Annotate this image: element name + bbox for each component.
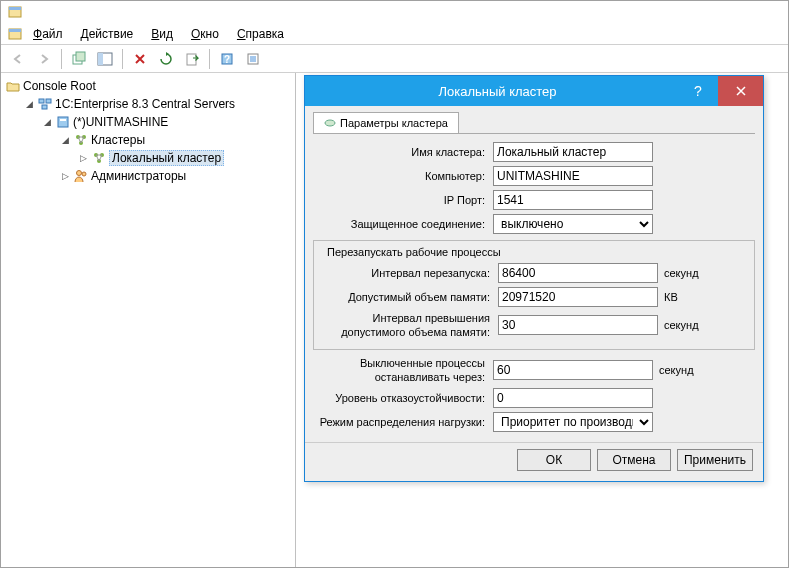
tree-root[interactable]: Console Root: [5, 77, 295, 95]
svg-rect-16: [46, 99, 51, 103]
clusters-icon: [73, 132, 89, 148]
dialog-body: Параметры кластера Имя кластера: Компьют…: [305, 106, 763, 442]
app-icon: [7, 4, 23, 20]
svg-rect-1: [9, 7, 21, 10]
svg-rect-18: [58, 117, 68, 127]
svg-rect-8: [187, 54, 196, 65]
unit-seconds-1: секунд: [658, 267, 699, 279]
tree-clusters[interactable]: ◢ Кластеры: [59, 131, 295, 149]
new-window-button[interactable]: [68, 48, 90, 70]
svg-rect-5: [76, 52, 85, 61]
expand-icon[interactable]: ▷: [59, 170, 71, 182]
svg-rect-15: [39, 99, 44, 103]
label-load-balancing: Режим распределения нагрузки:: [313, 415, 493, 429]
label-secure-conn: Защищенное соединение:: [313, 217, 493, 231]
tab-icon: [324, 117, 336, 129]
back-button[interactable]: [7, 48, 29, 70]
menubar: Файл Действие Вид Окно Справка: [1, 23, 788, 45]
svg-rect-7: [98, 53, 103, 65]
unit-seconds-3: секунд: [653, 364, 694, 376]
show-hide-tree-button[interactable]: [94, 48, 116, 70]
apply-button[interactable]: Применить: [677, 449, 753, 471]
mmc-window: Файл Действие Вид Окно Справка ? Console…: [0, 0, 789, 568]
label-stop-after: Выключенные процессы останавливать через…: [313, 356, 493, 384]
cancel-button[interactable]: Отмена: [597, 449, 671, 471]
svg-rect-3: [9, 29, 21, 32]
menu-file[interactable]: Файл: [25, 25, 71, 43]
unit-seconds-2: секунд: [658, 319, 699, 331]
fieldset-restart-legend: Перезапускать рабочие процессы: [324, 246, 504, 258]
input-excess-interval[interactable]: [498, 315, 658, 335]
label-fault-tolerance: Уровень отказоустойчивости:: [313, 391, 493, 405]
dialog-tabs: Параметры кластера: [313, 112, 755, 134]
dialog-help-button[interactable]: ?: [678, 83, 718, 99]
svg-point-26: [77, 171, 82, 176]
server-icon: [55, 114, 71, 130]
main-area: Console Root ◢ 1C:Enterprise 8.3 Central…: [1, 73, 788, 567]
label-restart-interval: Интервал перезапуска:: [318, 266, 498, 280]
label-max-memory: Допустимый объем памяти:: [318, 290, 498, 304]
content-panel: Локальный кластер ? Параметры кластера И…: [296, 73, 788, 567]
help-button[interactable]: ?: [216, 48, 238, 70]
ok-button[interactable]: ОК: [517, 449, 591, 471]
cluster-properties-dialog: Локальный кластер ? Параметры кластера И…: [304, 75, 764, 482]
input-computer[interactable]: [493, 166, 653, 186]
fieldset-restart: Перезапускать рабочие процессы Интервал …: [313, 240, 755, 350]
delete-button[interactable]: [129, 48, 151, 70]
toolbar: ?: [1, 45, 788, 73]
admins-icon: [73, 168, 89, 184]
properties-button[interactable]: [242, 48, 264, 70]
window-titlebar-icons: [1, 1, 788, 23]
dialog-title: Локальный кластер: [317, 84, 678, 99]
app-icon-small: [7, 26, 23, 42]
servers-icon: [37, 96, 53, 112]
dialog-close-button[interactable]: [718, 76, 763, 106]
svg-point-27: [82, 172, 86, 176]
tree-servers[interactable]: ◢ 1C:Enterprise 8.3 Central Servers: [23, 95, 295, 113]
label-computer: Компьютер:: [313, 169, 493, 183]
select-load-balancing[interactable]: Приоритет по производительн: [493, 412, 653, 432]
select-secure-conn[interactable]: выключено: [493, 214, 653, 234]
svg-text:?: ?: [224, 54, 230, 65]
svg-rect-19: [60, 119, 66, 121]
label-excess-interval: Интервал превышения допустимого объема п…: [318, 311, 498, 339]
refresh-button[interactable]: [155, 48, 177, 70]
input-cluster-name[interactable]: [493, 142, 653, 162]
tree-local-cluster[interactable]: ▷ Локальный кластер: [77, 149, 295, 167]
input-restart-interval[interactable]: [498, 263, 658, 283]
svg-point-28: [325, 120, 335, 126]
export-button[interactable]: [181, 48, 203, 70]
dialog-buttons: ОК Отмена Применить: [305, 442, 763, 481]
collapse-icon[interactable]: ◢: [59, 134, 71, 146]
cluster-icon: [91, 150, 107, 166]
collapse-icon[interactable]: ◢: [23, 98, 35, 110]
forward-button[interactable]: [33, 48, 55, 70]
collapse-icon[interactable]: ◢: [41, 116, 53, 128]
tree-panel: Console Root ◢ 1C:Enterprise 8.3 Central…: [1, 73, 296, 567]
unit-kb: КВ: [658, 291, 678, 303]
input-stop-after[interactable]: [493, 360, 653, 380]
menu-window[interactable]: Окно: [183, 25, 227, 43]
dialog-titlebar: Локальный кластер ?: [305, 76, 763, 106]
input-max-memory[interactable]: [498, 287, 658, 307]
tab-cluster-params[interactable]: Параметры кластера: [313, 112, 459, 133]
svg-rect-17: [42, 105, 47, 109]
folder-icon: [5, 78, 21, 94]
label-ip-port: IP Порт:: [313, 193, 493, 207]
tree-admins[interactable]: ▷ Администраторы: [59, 167, 295, 185]
menu-view[interactable]: Вид: [143, 25, 181, 43]
input-ip-port[interactable]: [493, 190, 653, 210]
input-fault-tolerance[interactable]: [493, 388, 653, 408]
expand-icon[interactable]: ▷: [77, 152, 89, 164]
menu-action[interactable]: Действие: [73, 25, 142, 43]
label-cluster-name: Имя кластера:: [313, 145, 493, 159]
tree-server-node[interactable]: ◢ (*)UNITMASHINE: [41, 113, 295, 131]
console-tree[interactable]: Console Root ◢ 1C:Enterprise 8.3 Central…: [1, 77, 295, 185]
menu-help[interactable]: Справка: [229, 25, 292, 43]
